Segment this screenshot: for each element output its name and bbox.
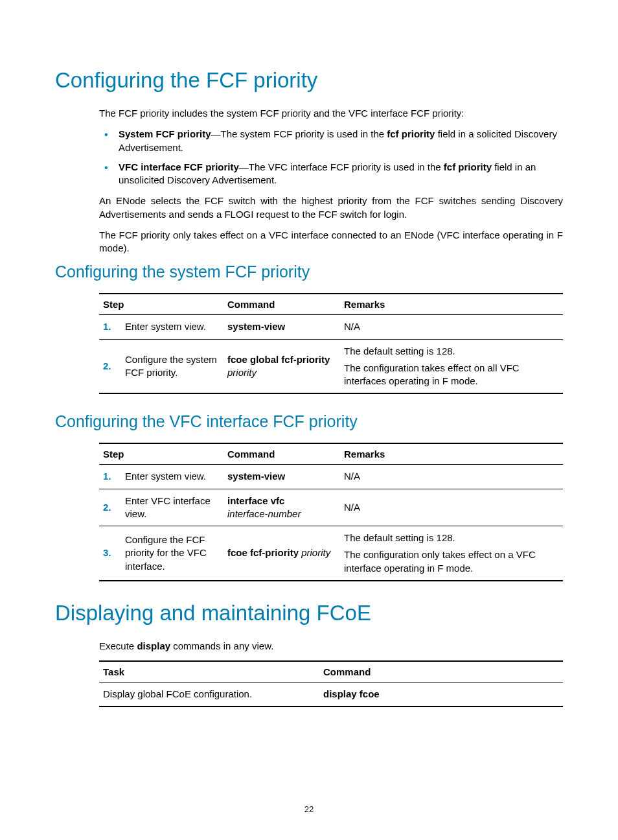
command-italic: priority: [227, 367, 257, 378]
remarks-cell: N/A: [340, 489, 563, 526]
list-item: VFC interface FCF priority—The VFC inter…: [99, 161, 563, 187]
table-row: 3. Configure the FCF priority for the VF…: [99, 526, 563, 581]
col-header-command: Command: [223, 443, 340, 465]
step-description: Enter system view.: [121, 465, 223, 489]
step-description: Enter system view.: [121, 315, 223, 339]
col-header-remarks: Remarks: [340, 294, 563, 315]
table-row: 2. Enter VFC interface view. interface v…: [99, 489, 563, 526]
vfc-fcf-table: Step Command Remarks 1. Enter system vie…: [99, 443, 563, 581]
remark-text: The configuration only takes effect on a…: [344, 548, 559, 575]
bullet-text: —The VFC interface FCF priority is used …: [239, 161, 444, 172]
col-header-step: Step: [99, 443, 223, 465]
step-number: 1.: [103, 321, 114, 332]
col-header-command: Command: [223, 294, 340, 315]
page-number: 22: [0, 804, 618, 814]
bullet-text: —The system FCF priority is used in the: [211, 128, 387, 139]
step-description: Configure the system FCF priority.: [121, 339, 223, 393]
command-cell: system-view: [223, 315, 340, 339]
col-header-remarks: Remarks: [340, 443, 563, 465]
remark-text: The default setting is 128.: [344, 345, 559, 358]
heading-system-fcf-priority: Configuring the system FCF priority: [55, 262, 563, 281]
table-row: Display global FCoE configuration. displ…: [99, 682, 563, 707]
heading-vfc-interface-fcf-priority: Configuring the VFC interface FCF priori…: [55, 412, 563, 431]
command-bold: display fcoe: [323, 688, 380, 699]
command-bold: fcoe fcf-priority: [227, 547, 299, 558]
remark-text: The default setting is 128.: [344, 531, 559, 544]
col-header-step: Step: [99, 294, 223, 315]
step-number: 3.: [103, 547, 114, 558]
display-intro-pre: Execute: [99, 640, 137, 651]
command-cell: fcoe fcf-priority priority: [223, 526, 340, 581]
command-cell: display fcoe: [319, 682, 563, 707]
step-number: 1.: [103, 471, 114, 482]
step-number: 2.: [103, 502, 114, 513]
remark-text: N/A: [344, 470, 559, 483]
system-fcf-table: Step Command Remarks 1. Enter system vie…: [99, 293, 563, 394]
list-item: System FCF priority—The system FCF prior…: [99, 128, 563, 154]
command-italic: priority: [301, 547, 330, 558]
bullet-bold-term: fcf priority: [387, 128, 435, 139]
step-number: 2.: [103, 360, 114, 371]
command-cell: system-view: [223, 465, 340, 489]
display-intro: Execute display commands in any view.: [99, 640, 563, 653]
enode-paragraph: An ENode selects the FCF switch with the…: [99, 194, 563, 221]
command-bold: fcoe global fcf-priority: [227, 354, 330, 365]
command-italic: interface-number: [227, 508, 301, 519]
col-header-task: Task: [99, 661, 319, 682]
remarks-cell: N/A: [340, 465, 563, 489]
bullet-lead: VFC interface FCF priority: [119, 161, 239, 172]
command-bold: interface vfc: [227, 495, 284, 506]
remark-text: The configuration takes effect on all VF…: [344, 362, 559, 388]
display-fcoe-table: Task Command Display global FCoE configu…: [99, 660, 563, 707]
bullet-lead: System FCF priority: [119, 128, 211, 139]
remark-text: N/A: [344, 501, 559, 514]
remark-text: N/A: [344, 320, 559, 333]
table-row: 1. Enter system view. system-view N/A: [99, 315, 563, 339]
step-description: Enter VFC interface view.: [121, 489, 223, 526]
display-intro-post: commands in any view.: [170, 640, 273, 651]
task-cell: Display global FCoE configuration.: [99, 682, 319, 707]
effect-paragraph: The FCF priority only takes effect on a …: [99, 229, 563, 255]
command-bold: system-view: [227, 321, 285, 332]
step-description: Configure the FCF priority for the VFC i…: [121, 526, 223, 581]
remarks-cell: The default setting is 128. The configur…: [340, 339, 563, 393]
bullet-bold-term: fcf priority: [444, 161, 492, 172]
intro-paragraph: The FCF priority includes the system FCF…: [99, 107, 563, 120]
heading-configuring-fcf-priority: Configuring the FCF priority: [55, 68, 563, 93]
command-bold: system-view: [227, 471, 285, 482]
table-row: 2. Configure the system FCF priority. fc…: [99, 339, 563, 393]
command-cell: fcoe global fcf-priority priority: [223, 339, 340, 393]
priority-types-list: System FCF priority—The system FCF prior…: [99, 128, 563, 187]
table-row: 1. Enter system view. system-view N/A: [99, 465, 563, 489]
remarks-cell: The default setting is 128. The configur…: [340, 526, 563, 581]
display-intro-bold: display: [137, 640, 170, 651]
heading-displaying-fcoe: Displaying and maintaining FCoE: [55, 601, 563, 625]
col-header-command: Command: [319, 661, 563, 682]
remarks-cell: N/A: [340, 315, 563, 339]
command-cell: interface vfc interface-number: [223, 489, 340, 526]
